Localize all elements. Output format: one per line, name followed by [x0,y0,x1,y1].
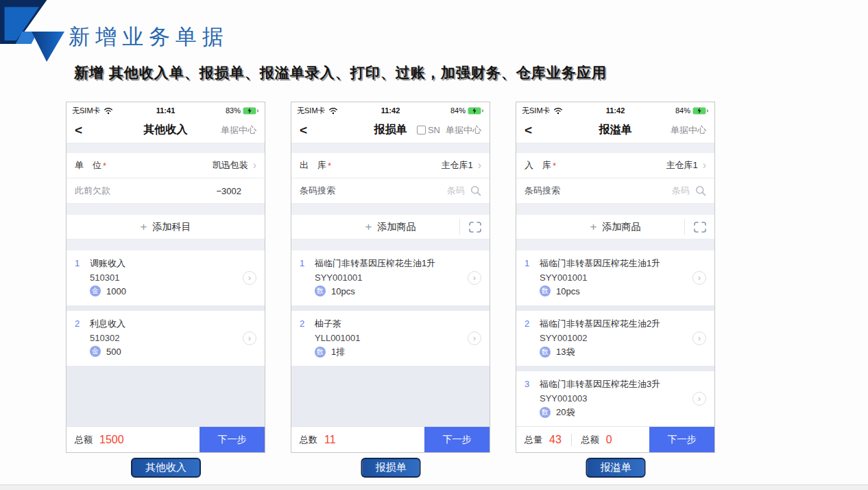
amount-badge: 金 [90,285,101,296]
item-name: 福临门非转基因压榨花生油3升 [540,378,660,390]
item-name: 调账收入 [90,257,126,270]
status-bar: 无SIM卡 11:42 84% [291,102,490,117]
nav-bar: < 报溢单 单据中心 [516,117,714,143]
field-label: 入 库 [525,159,551,172]
battery-charging-icon [692,107,709,115]
next-step-button[interactable]: 下一步 [200,427,265,452]
required-mark: * [103,161,106,171]
tag-button-other-income[interactable]: 其他收入 [131,458,201,478]
list-item[interactable]: 2 利息收入 510302 金500 › [67,311,265,366]
barcode-search-row[interactable]: 条码搜索 条码 [516,178,714,204]
field-row-in-warehouse[interactable]: 入 库* 主仓库1 › [516,153,714,178]
slide-title: 新增业务单据 [69,23,229,51]
carrier-label: 无SIM卡 [72,106,101,116]
status-bar: 无SIM卡 11:41 83% [67,102,265,117]
magnifier-icon[interactable] [695,185,706,196]
search-placeholder: 条码 [447,185,465,197]
next-step-button[interactable]: 下一步 [649,427,714,452]
add-button-label: 添加商品 [602,221,640,233]
slide-subtitle: 新增 其他收入单、报损单、报溢单录入、打印、过账，加强财务、仓库业务应用 [74,63,607,82]
chevron-right-icon: › [468,271,481,285]
back-button[interactable]: < [525,123,532,138]
sn-checkbox[interactable]: SN [417,125,440,135]
list-item[interactable]: 1 调账收入 510301 金1000 › [67,250,265,305]
list-item[interactable]: 1 福临门非转基因压榨花生油1升 SYY001001 数10pcs › [291,250,490,305]
section-gap [67,204,265,215]
status-time: 11:42 [381,106,400,115]
wifi-icon [104,107,113,115]
field-value: 主仓库1 [666,159,697,172]
nav-bar: < 报损单 SN 单据中心 [291,117,490,143]
item-code: SYY001002 [540,333,660,343]
quantity-badge: 数 [540,347,551,358]
logo-decoration [0,0,69,63]
bottom-bar: 总额 1500 下一步 [67,426,265,452]
field-value: 凯迅包装 [213,159,248,172]
item-index: 2 [525,318,540,359]
back-button[interactable]: < [75,123,82,138]
field-label: 单 位 [75,159,101,172]
item-code: SYY001001 [315,272,435,283]
section-gap [291,204,490,215]
empty-area [291,371,490,426]
item-index: 2 [75,318,90,359]
total-amount-value: 0 [606,434,612,446]
field-row-previous-debt: 此前欠款 −3002 [67,178,265,204]
status-time: 11:42 [606,106,625,115]
item-quantity: 20袋 [556,406,575,419]
tag-button-loss-report[interactable]: 报损单 [361,458,421,478]
list-item[interactable]: 3 福临门非转基因压榨花生油3升 SYY001003 数20袋 › [516,371,714,426]
item-name: 柚子茶 [315,318,361,330]
barcode-search-row[interactable]: 条码搜索 条码 [291,178,490,204]
field-label: 条码搜索 [300,185,335,197]
magnifier-icon[interactable] [470,185,481,196]
add-product-button[interactable]: + 添加商品 [516,215,714,240]
field-row-unit[interactable]: 单 位* 凯迅包装 › [67,153,265,178]
total-qty-value: 43 [549,434,562,446]
page-title: 报溢单 [599,123,632,137]
scan-button[interactable] [684,219,714,235]
add-product-button[interactable]: + 添加商品 [291,215,490,240]
next-step-button[interactable]: 下一步 [424,427,490,452]
add-subject-button[interactable]: + 添加科目 [67,215,265,240]
item-code: 510301 [90,272,126,283]
tag-button-overflow-report[interactable]: 报溢单 [586,458,646,478]
back-button[interactable]: < [300,123,307,138]
list-item[interactable]: 2 福临门非转基因压榨花生油2升 SYY001002 数13袋 › [516,311,714,366]
required-mark: * [328,161,331,171]
doc-center-link[interactable]: 单据中心 [671,124,706,137]
bottom-strip [0,485,868,490]
bottom-bar: 总数 11 下一步 [291,426,490,452]
search-placeholder: 条码 [672,185,690,197]
battery-charging-icon [243,107,259,115]
scan-viewfinder-icon [694,222,706,233]
section-gap [67,240,265,250]
item-list: 1 福临门非转基因压榨花生油1升 SYY001001 数10pcs › 2 福临… [516,250,714,426]
total-label: 总额 [75,434,93,446]
doc-center-link[interactable]: 单据中心 [221,124,256,137]
carrier-label: 无SIM卡 [297,106,326,116]
quantity-badge: 数 [315,347,326,358]
item-code: 510302 [90,333,125,343]
plus-icon: + [141,220,147,234]
item-list: 1 福临门非转基因压榨花生油1升 SYY001001 数10pcs › 2 柚子… [291,250,490,426]
battery-percent: 84% [675,106,690,115]
field-row-out-warehouse[interactable]: 出 库* 主仓库1 › [291,153,490,178]
list-item[interactable]: 2 柚子茶 YLL001001 数1排 › [291,311,490,366]
phone-loss-report: 无SIM卡 11:42 84% < 报损单 [291,102,490,453]
scan-viewfinder-icon [469,222,481,233]
chevron-right-icon: › [468,331,481,345]
doc-center-link[interactable]: 单据中心 [446,124,481,137]
list-item[interactable]: 1 福临门非转基因压榨花生油1升 SYY001001 数10pcs › [516,250,714,305]
section-gap [516,143,714,153]
item-name: 福临门非转基因压榨花生油1升 [315,257,435,270]
bottom-bar: 总量 43 总额 0 下一步 [516,426,714,452]
scan-button[interactable] [459,219,490,235]
item-quantity: 13袋 [556,346,575,358]
chevron-right-icon: › [243,331,256,345]
nav-bar: < 其他收入 单据中心 [67,117,265,143]
chevron-right-icon: › [253,160,256,171]
checkbox-icon[interactable] [417,126,426,135]
page-title: 其他收入 [144,123,188,137]
chevron-right-icon: › [243,271,256,285]
